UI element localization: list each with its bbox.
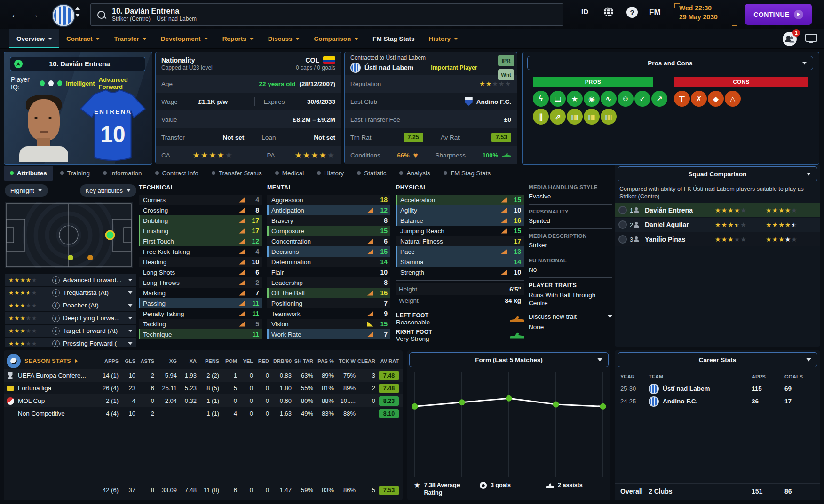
club-name[interactable]: Ústí nad Labem [364, 63, 413, 72]
chevron-down-icon[interactable] [128, 291, 133, 294]
info-icon[interactable] [52, 340, 60, 347]
pro-trait-icon[interactable]: ☺ [618, 91, 634, 107]
role-row[interactable]: ★★★★★ Trequartista (At) [5, 287, 136, 299]
squad-comparison-description: Compared with ability of FK Ústí nad Lab… [615, 181, 820, 203]
nav-tab[interactable]: Overview [9, 29, 59, 48]
player-name-bar[interactable]: 10. Davián Entrena [10, 57, 145, 71]
info-icon[interactable] [52, 289, 60, 297]
pro-trait-icon[interactable]: ◉ [584, 91, 600, 107]
pro-trait-icon[interactable]: ∿ [601, 91, 617, 107]
stat-shtar: 49% [292, 410, 313, 417]
form-header[interactable]: Form (Last 5 Matches) [409, 352, 609, 367]
date-widget[interactable]: Wed 22:30 29 May 2030 [679, 4, 734, 25]
step-up-icon[interactable] [75, 7, 80, 10]
search-bar[interactable]: 10. Davián Entrena Striker (Centre) – Ús… [90, 3, 563, 26]
form-assists: 2 assists [558, 481, 583, 489]
pro-trait-icon[interactable]: ▤ [550, 91, 566, 107]
step-down-icon[interactable] [75, 14, 80, 17]
nav-tab[interactable]: Transfer [107, 29, 154, 48]
pro-trait-icon[interactable]: ↗ [651, 91, 667, 107]
nav-tab[interactable]: Discuss [261, 29, 307, 48]
section-tab[interactable]: Contract Info [149, 166, 205, 181]
section-tab-label: Transfer Status [219, 170, 262, 177]
total-pens: 11 (8) [197, 487, 219, 494]
pro-trait-icon[interactable]: ✓ [634, 91, 650, 107]
con-trait-icon[interactable]: ◆ [708, 91, 724, 107]
discuss-new-trait-dropdown[interactable]: Discuss new trait [529, 313, 612, 321]
role-row[interactable]: ★★★★★ Pressing Forward ( [5, 338, 136, 347]
chevron-down-icon[interactable] [128, 330, 133, 332]
section-tab[interactable]: Transfer Status [206, 166, 268, 181]
pro-trait-icon[interactable]: ▥ [601, 109, 617, 125]
nav-tab[interactable]: Contract [59, 29, 107, 48]
chevron-down-icon[interactable] [128, 317, 133, 320]
wanted-badge: Wnt [498, 69, 514, 80]
section-tab[interactable]: History [311, 166, 350, 181]
nav-tab[interactable]: Development [154, 29, 215, 48]
club-stepper[interactable] [75, 7, 80, 17]
role-row[interactable]: ★★★★★ Advanced Forward... [5, 274, 136, 286]
continue-button[interactable]: CONTINUE [745, 4, 812, 25]
info-icon[interactable] [52, 327, 60, 335]
con-trait-icon[interactable]: ✗ [691, 91, 707, 107]
pro-trait-icon[interactable]: ∥ [533, 109, 549, 125]
pros-cons-header[interactable]: Pros and Cons [527, 56, 813, 70]
pro-trait-icon[interactable]: ▥ [584, 109, 600, 125]
pro-trait-icon[interactable]: ⇗ [550, 109, 566, 125]
season-stats-link[interactable]: SEASON STATS [7, 354, 95, 368]
stat-pom: 0 [219, 397, 237, 404]
role-row[interactable]: ★★★★★ Poacher (At) [5, 299, 136, 311]
squad-comparison-row[interactable]: 2 Daniel Aguilar ★★★★★ ★★★★★ [615, 218, 820, 232]
pro-trait-icon[interactable]: ϟ [533, 91, 549, 107]
section-tab[interactable]: Training [54, 166, 96, 181]
con-trait-icon[interactable]: ⊤ [674, 91, 690, 107]
social-icon[interactable]: 1 [783, 32, 797, 47]
career-team[interactable]: Andino F.C. [649, 396, 752, 407]
forward-arrow-icon[interactable]: → [26, 7, 42, 23]
squad-comparison-header[interactable]: Squad Comparison [618, 166, 817, 181]
nav-tab[interactable]: History [421, 29, 465, 48]
info-icon[interactable] [52, 276, 60, 284]
section-tab[interactable]: FM Stag Stats [437, 166, 497, 181]
left-foot-label: LEFT FOOT [396, 312, 430, 319]
monitor-icon[interactable] [805, 34, 817, 46]
section-tab[interactable]: Attributes [4, 166, 53, 181]
career-team[interactable]: Ústí nad Labem [649, 384, 752, 394]
chevron-down-icon[interactable] [128, 279, 133, 282]
world-icon[interactable] [603, 6, 614, 19]
role-row[interactable]: ★★★★★ Target Forward (At) [5, 325, 136, 337]
highlight-dropdown[interactable]: Highlight [5, 184, 48, 197]
personality-value: Spirited [529, 217, 612, 225]
squad-comparison-row[interactable]: 1 Davián Entrena ★★★★★ ★★★★★ [615, 203, 820, 217]
squad-comparison-row[interactable]: 3 Yanilio Pinas ★★★★★ ★★★★★ [615, 232, 820, 246]
key-attributes-dropdown[interactable]: Key attributes [80, 184, 137, 197]
id-button[interactable]: ID [581, 8, 588, 16]
chevron-down-icon[interactable] [128, 342, 133, 345]
help-icon[interactable]: ? [626, 7, 638, 18]
attribute-row: Jumping Reach 15 [396, 226, 524, 236]
shirt-number: 10 [100, 122, 125, 147]
pro-trait-icon[interactable]: ★ [567, 91, 583, 107]
career-stats-header[interactable]: Career Stats [618, 352, 817, 367]
back-arrow-icon[interactable]: ← [8, 7, 24, 23]
position-map [5, 202, 133, 268]
pa-label: PA [267, 152, 275, 159]
con-trait-icon[interactable]: △ [725, 91, 741, 107]
section-tab[interactable]: Statistic [351, 166, 392, 181]
info-icon[interactable] [52, 315, 60, 322]
nav-tab[interactable]: FM Stag Stats [365, 29, 421, 48]
average-rating-label: Av Rat [441, 134, 460, 141]
section-tab[interactable]: Analysis [393, 166, 436, 181]
player-photo [16, 90, 72, 161]
section-tab[interactable]: Medical [269, 166, 310, 181]
section-tab[interactable]: Information [97, 166, 148, 181]
nav-tab[interactable]: Reports [215, 29, 261, 48]
role-row[interactable]: ★★★★★ Deep Lying Forwa... [5, 312, 136, 324]
chevron-down-icon[interactable] [128, 304, 133, 307]
info-icon[interactable] [52, 302, 60, 309]
nav-tab[interactable]: Comparison [307, 29, 365, 48]
club-badge-icon[interactable] [53, 5, 74, 26]
last-club-name[interactable]: Andino F.C. [476, 98, 511, 105]
pro-trait-icon[interactable]: ▥ [567, 109, 583, 125]
chevron-down-icon [806, 173, 811, 176]
